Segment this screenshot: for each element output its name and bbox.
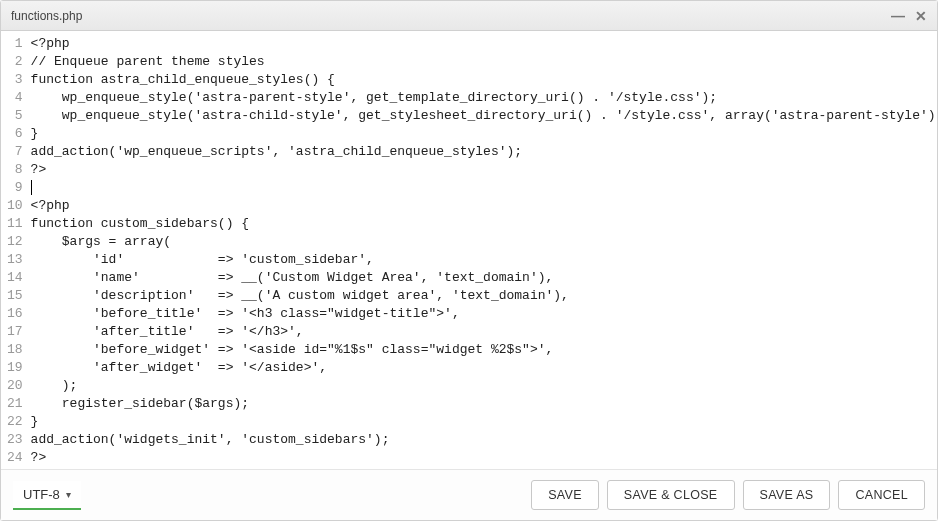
code-line[interactable]: wp_enqueue_style('astra-parent-style', g… [31, 89, 937, 107]
code-line[interactable]: 'before_title' => '<h3 class="widget-tit… [31, 305, 937, 323]
window-controls: — ✕ [891, 9, 927, 23]
code-line[interactable]: add_action('widgets_init', 'custom_sideb… [31, 431, 937, 449]
code-content[interactable]: <?php// Enqueue parent theme stylesfunct… [31, 35, 937, 469]
line-number: 13 [7, 251, 23, 269]
code-line[interactable]: wp_enqueue_style('astra-child-style', ge… [31, 107, 937, 125]
line-number: 2 [7, 53, 23, 71]
code-line[interactable]: 'after_widget' => '</aside>', [31, 359, 937, 377]
line-number: 6 [7, 125, 23, 143]
line-number: 11 [7, 215, 23, 233]
line-number: 16 [7, 305, 23, 323]
line-number: 22 [7, 413, 23, 431]
code-line[interactable]: <?php [31, 35, 937, 53]
line-number: 23 [7, 431, 23, 449]
code-line[interactable] [31, 179, 937, 197]
footer-buttons: SAVE SAVE & CLOSE SAVE AS CANCEL [531, 480, 925, 510]
line-number: 7 [7, 143, 23, 161]
line-number: 1 [7, 35, 23, 53]
code-line[interactable]: function astra_child_enqueue_styles() { [31, 71, 937, 89]
code-line[interactable]: 'before_widget' => '<aside id="%1$s" cla… [31, 341, 937, 359]
code-line[interactable]: ); [31, 377, 937, 395]
line-number: 8 [7, 161, 23, 179]
line-number: 10 [7, 197, 23, 215]
save-button[interactable]: SAVE [531, 480, 599, 510]
save-as-button[interactable]: SAVE AS [743, 480, 831, 510]
line-number: 24 [7, 449, 23, 467]
line-number: 5 [7, 107, 23, 125]
code-line[interactable]: 'name' => __('Custom Widget Area', 'text… [31, 269, 937, 287]
footer-bar: UTF-8 ▾ SAVE SAVE & CLOSE SAVE AS CANCEL [1, 469, 937, 520]
line-number: 9 [7, 179, 23, 197]
line-number: 3 [7, 71, 23, 89]
code-line[interactable]: $args = array( [31, 233, 937, 251]
encoding-select[interactable]: UTF-8 ▾ [13, 481, 81, 510]
window-title: functions.php [11, 9, 82, 23]
code-line[interactable]: register_sidebar($args); [31, 395, 937, 413]
line-number: 15 [7, 287, 23, 305]
save-close-button[interactable]: SAVE & CLOSE [607, 480, 735, 510]
code-line[interactable]: 'description' => __('A custom widget are… [31, 287, 937, 305]
line-number: 18 [7, 341, 23, 359]
code-container[interactable]: 123456789101112131415161718192021222324 … [1, 31, 937, 469]
editor-area[interactable]: 123456789101112131415161718192021222324 … [1, 31, 937, 469]
minimize-icon[interactable]: — [891, 9, 905, 23]
line-number-gutter: 123456789101112131415161718192021222324 [1, 35, 31, 469]
line-number: 4 [7, 89, 23, 107]
line-number: 21 [7, 395, 23, 413]
code-line[interactable]: } [31, 125, 937, 143]
chevron-down-icon: ▾ [66, 489, 71, 500]
code-line[interactable]: ?> [31, 161, 937, 179]
titlebar: functions.php — ✕ [1, 1, 937, 31]
line-number: 19 [7, 359, 23, 377]
cancel-button[interactable]: CANCEL [838, 480, 925, 510]
code-line[interactable]: <?php [31, 197, 937, 215]
code-line[interactable]: ?> [31, 449, 937, 467]
encoding-label: UTF-8 [23, 487, 60, 502]
line-number: 12 [7, 233, 23, 251]
line-number: 20 [7, 377, 23, 395]
close-icon[interactable]: ✕ [915, 9, 927, 23]
code-line[interactable]: 'id' => 'custom_sidebar', [31, 251, 937, 269]
code-line[interactable]: } [31, 413, 937, 431]
text-cursor [31, 180, 32, 195]
line-number: 14 [7, 269, 23, 287]
editor-window: functions.php — ✕ 1234567891011121314151… [0, 0, 938, 521]
code-line[interactable]: // Enqueue parent theme styles [31, 53, 937, 71]
code-line[interactable]: function custom_sidebars() { [31, 215, 937, 233]
code-line[interactable]: 'after_title' => '</h3>', [31, 323, 937, 341]
line-number: 17 [7, 323, 23, 341]
code-line[interactable]: add_action('wp_enqueue_scripts', 'astra_… [31, 143, 937, 161]
